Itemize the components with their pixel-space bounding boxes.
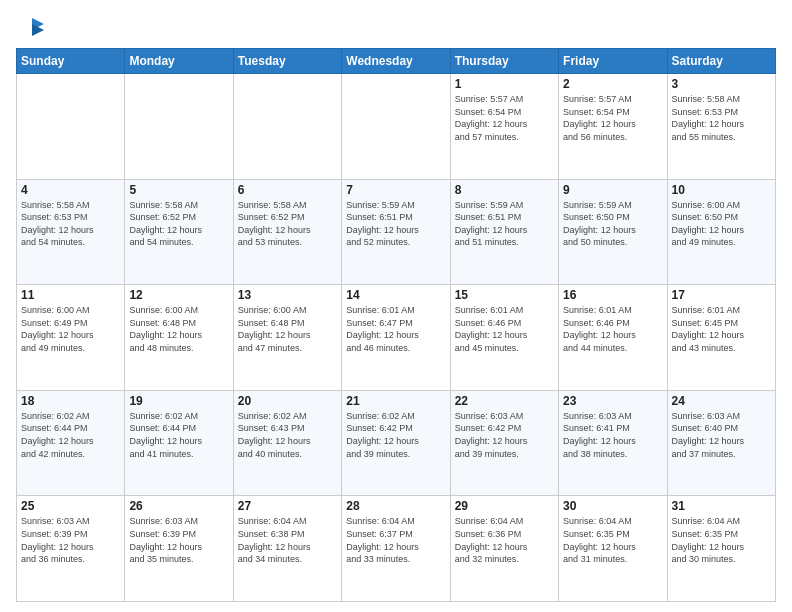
day-info: Sunrise: 5:57 AM Sunset: 6:54 PM Dayligh… bbox=[455, 93, 554, 143]
day-info: Sunrise: 6:02 AM Sunset: 6:44 PM Dayligh… bbox=[129, 410, 228, 460]
day-header-thursday: Thursday bbox=[450, 49, 558, 74]
calendar-cell bbox=[233, 74, 341, 180]
day-number: 17 bbox=[672, 288, 771, 302]
day-number: 22 bbox=[455, 394, 554, 408]
day-info: Sunrise: 6:03 AM Sunset: 6:42 PM Dayligh… bbox=[455, 410, 554, 460]
calendar-cell: 26Sunrise: 6:03 AM Sunset: 6:39 PM Dayli… bbox=[125, 496, 233, 602]
calendar-cell: 17Sunrise: 6:01 AM Sunset: 6:45 PM Dayli… bbox=[667, 285, 775, 391]
calendar-cell: 21Sunrise: 6:02 AM Sunset: 6:42 PM Dayli… bbox=[342, 390, 450, 496]
day-info: Sunrise: 5:58 AM Sunset: 6:52 PM Dayligh… bbox=[129, 199, 228, 249]
day-header-wednesday: Wednesday bbox=[342, 49, 450, 74]
calendar-cell: 28Sunrise: 6:04 AM Sunset: 6:37 PM Dayli… bbox=[342, 496, 450, 602]
day-info: Sunrise: 5:59 AM Sunset: 6:51 PM Dayligh… bbox=[455, 199, 554, 249]
day-number: 29 bbox=[455, 499, 554, 513]
day-info: Sunrise: 6:00 AM Sunset: 6:50 PM Dayligh… bbox=[672, 199, 771, 249]
calendar-cell: 5Sunrise: 5:58 AM Sunset: 6:52 PM Daylig… bbox=[125, 179, 233, 285]
calendar-week-row: 25Sunrise: 6:03 AM Sunset: 6:39 PM Dayli… bbox=[17, 496, 776, 602]
day-number: 15 bbox=[455, 288, 554, 302]
logo bbox=[16, 16, 46, 40]
day-info: Sunrise: 6:02 AM Sunset: 6:44 PM Dayligh… bbox=[21, 410, 120, 460]
calendar-cell bbox=[17, 74, 125, 180]
calendar-cell: 4Sunrise: 5:58 AM Sunset: 6:53 PM Daylig… bbox=[17, 179, 125, 285]
day-info: Sunrise: 5:58 AM Sunset: 6:52 PM Dayligh… bbox=[238, 199, 337, 249]
day-number: 30 bbox=[563, 499, 662, 513]
day-number: 20 bbox=[238, 394, 337, 408]
calendar-cell: 1Sunrise: 5:57 AM Sunset: 6:54 PM Daylig… bbox=[450, 74, 558, 180]
calendar-cell: 7Sunrise: 5:59 AM Sunset: 6:51 PM Daylig… bbox=[342, 179, 450, 285]
calendar-week-row: 11Sunrise: 6:00 AM Sunset: 6:49 PM Dayli… bbox=[17, 285, 776, 391]
calendar-cell: 20Sunrise: 6:02 AM Sunset: 6:43 PM Dayli… bbox=[233, 390, 341, 496]
calendar-cell bbox=[125, 74, 233, 180]
calendar-cell: 24Sunrise: 6:03 AM Sunset: 6:40 PM Dayli… bbox=[667, 390, 775, 496]
day-number: 27 bbox=[238, 499, 337, 513]
day-info: Sunrise: 6:02 AM Sunset: 6:42 PM Dayligh… bbox=[346, 410, 445, 460]
day-number: 14 bbox=[346, 288, 445, 302]
day-number: 11 bbox=[21, 288, 120, 302]
calendar-table: SundayMondayTuesdayWednesdayThursdayFrid… bbox=[16, 48, 776, 602]
calendar-cell: 3Sunrise: 5:58 AM Sunset: 6:53 PM Daylig… bbox=[667, 74, 775, 180]
calendar-cell: 13Sunrise: 6:00 AM Sunset: 6:48 PM Dayli… bbox=[233, 285, 341, 391]
calendar-cell: 29Sunrise: 6:04 AM Sunset: 6:36 PM Dayli… bbox=[450, 496, 558, 602]
day-info: Sunrise: 6:03 AM Sunset: 6:39 PM Dayligh… bbox=[129, 515, 228, 565]
day-header-tuesday: Tuesday bbox=[233, 49, 341, 74]
day-info: Sunrise: 6:00 AM Sunset: 6:48 PM Dayligh… bbox=[129, 304, 228, 354]
day-info: Sunrise: 5:58 AM Sunset: 6:53 PM Dayligh… bbox=[21, 199, 120, 249]
day-number: 3 bbox=[672, 77, 771, 91]
day-number: 7 bbox=[346, 183, 445, 197]
day-number: 5 bbox=[129, 183, 228, 197]
calendar-week-row: 18Sunrise: 6:02 AM Sunset: 6:44 PM Dayli… bbox=[17, 390, 776, 496]
day-info: Sunrise: 6:04 AM Sunset: 6:38 PM Dayligh… bbox=[238, 515, 337, 565]
calendar-cell: 18Sunrise: 6:02 AM Sunset: 6:44 PM Dayli… bbox=[17, 390, 125, 496]
calendar-week-row: 4Sunrise: 5:58 AM Sunset: 6:53 PM Daylig… bbox=[17, 179, 776, 285]
calendar-cell: 25Sunrise: 6:03 AM Sunset: 6:39 PM Dayli… bbox=[17, 496, 125, 602]
day-number: 4 bbox=[21, 183, 120, 197]
day-info: Sunrise: 6:04 AM Sunset: 6:36 PM Dayligh… bbox=[455, 515, 554, 565]
day-info: Sunrise: 6:04 AM Sunset: 6:35 PM Dayligh… bbox=[563, 515, 662, 565]
day-info: Sunrise: 5:59 AM Sunset: 6:50 PM Dayligh… bbox=[563, 199, 662, 249]
day-number: 18 bbox=[21, 394, 120, 408]
day-info: Sunrise: 6:04 AM Sunset: 6:37 PM Dayligh… bbox=[346, 515, 445, 565]
day-number: 16 bbox=[563, 288, 662, 302]
day-number: 28 bbox=[346, 499, 445, 513]
day-number: 13 bbox=[238, 288, 337, 302]
day-number: 21 bbox=[346, 394, 445, 408]
day-number: 10 bbox=[672, 183, 771, 197]
page-container: SundayMondayTuesdayWednesdayThursdayFrid… bbox=[0, 0, 792, 612]
day-header-friday: Friday bbox=[559, 49, 667, 74]
day-info: Sunrise: 6:03 AM Sunset: 6:41 PM Dayligh… bbox=[563, 410, 662, 460]
calendar-cell: 19Sunrise: 6:02 AM Sunset: 6:44 PM Dayli… bbox=[125, 390, 233, 496]
calendar-cell: 27Sunrise: 6:04 AM Sunset: 6:38 PM Dayli… bbox=[233, 496, 341, 602]
day-info: Sunrise: 6:02 AM Sunset: 6:43 PM Dayligh… bbox=[238, 410, 337, 460]
calendar-cell: 14Sunrise: 6:01 AM Sunset: 6:47 PM Dayli… bbox=[342, 285, 450, 391]
calendar-cell: 2Sunrise: 5:57 AM Sunset: 6:54 PM Daylig… bbox=[559, 74, 667, 180]
day-number: 25 bbox=[21, 499, 120, 513]
calendar-cell: 12Sunrise: 6:00 AM Sunset: 6:48 PM Dayli… bbox=[125, 285, 233, 391]
day-number: 31 bbox=[672, 499, 771, 513]
day-info: Sunrise: 6:00 AM Sunset: 6:48 PM Dayligh… bbox=[238, 304, 337, 354]
day-number: 1 bbox=[455, 77, 554, 91]
day-info: Sunrise: 6:01 AM Sunset: 6:46 PM Dayligh… bbox=[455, 304, 554, 354]
day-info: Sunrise: 6:03 AM Sunset: 6:40 PM Dayligh… bbox=[672, 410, 771, 460]
calendar-cell: 16Sunrise: 6:01 AM Sunset: 6:46 PM Dayli… bbox=[559, 285, 667, 391]
calendar-cell bbox=[342, 74, 450, 180]
day-info: Sunrise: 6:04 AM Sunset: 6:35 PM Dayligh… bbox=[672, 515, 771, 565]
calendar-cell: 31Sunrise: 6:04 AM Sunset: 6:35 PM Dayli… bbox=[667, 496, 775, 602]
calendar-cell: 10Sunrise: 6:00 AM Sunset: 6:50 PM Dayli… bbox=[667, 179, 775, 285]
day-number: 12 bbox=[129, 288, 228, 302]
day-info: Sunrise: 6:01 AM Sunset: 6:47 PM Dayligh… bbox=[346, 304, 445, 354]
calendar-cell: 22Sunrise: 6:03 AM Sunset: 6:42 PM Dayli… bbox=[450, 390, 558, 496]
day-number: 23 bbox=[563, 394, 662, 408]
day-info: Sunrise: 5:59 AM Sunset: 6:51 PM Dayligh… bbox=[346, 199, 445, 249]
calendar-cell: 23Sunrise: 6:03 AM Sunset: 6:41 PM Dayli… bbox=[559, 390, 667, 496]
day-info: Sunrise: 5:57 AM Sunset: 6:54 PM Dayligh… bbox=[563, 93, 662, 143]
header bbox=[16, 16, 776, 40]
calendar-cell: 9Sunrise: 5:59 AM Sunset: 6:50 PM Daylig… bbox=[559, 179, 667, 285]
calendar-cell: 11Sunrise: 6:00 AM Sunset: 6:49 PM Dayli… bbox=[17, 285, 125, 391]
day-info: Sunrise: 5:58 AM Sunset: 6:53 PM Dayligh… bbox=[672, 93, 771, 143]
day-header-saturday: Saturday bbox=[667, 49, 775, 74]
day-number: 2 bbox=[563, 77, 662, 91]
calendar-cell: 8Sunrise: 5:59 AM Sunset: 6:51 PM Daylig… bbox=[450, 179, 558, 285]
day-number: 19 bbox=[129, 394, 228, 408]
day-info: Sunrise: 6:01 AM Sunset: 6:45 PM Dayligh… bbox=[672, 304, 771, 354]
day-header-monday: Monday bbox=[125, 49, 233, 74]
